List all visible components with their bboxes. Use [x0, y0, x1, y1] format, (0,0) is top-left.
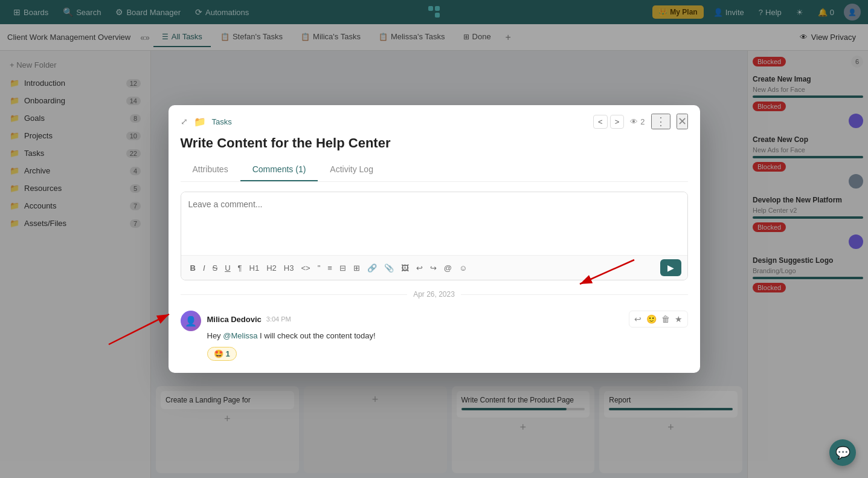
comment-block: 👤 Milica Dedovic 3:04 PM ↩ 🙂 🗑 ★ [181, 308, 688, 363]
comment-content: Milica Dedovic 3:04 PM ↩ 🙂 🗑 ★ Hey @Meli… [207, 311, 688, 361]
next-task-button[interactable]: > [610, 115, 625, 129]
modal-viewers: 👁 2 [630, 117, 645, 126]
modal-nav-arrows: < > [593, 115, 624, 129]
bullet-list-button[interactable]: ≡ [324, 262, 335, 274]
mention-button[interactable]: @ [441, 262, 455, 274]
comment-text: Hey @Melissa I will check out the conten… [207, 330, 688, 342]
code-button[interactable]: <> [298, 262, 313, 274]
tab-activity-log[interactable]: Activity Log [318, 158, 385, 181]
bold-button[interactable]: B [187, 262, 199, 274]
reaction-chip[interactable]: 🤩 1 [207, 347, 237, 361]
editor-toolbar: B I S U ¶ H1 H2 H3 <> " ≡ ⊟ ⊞ 🔗 📎 🖼 ↩ [181, 255, 687, 280]
h1-button[interactable]: H1 [246, 262, 263, 274]
comment-textarea[interactable] [181, 192, 687, 253]
folder-icon-modal: 📁 [194, 116, 206, 128]
h3-button[interactable]: H3 [281, 262, 297, 274]
paragraph-button[interactable]: ¶ [235, 262, 245, 274]
strikethrough-button[interactable]: S [210, 262, 221, 274]
quote-button[interactable]: " [315, 262, 324, 274]
link-button[interactable]: 🔗 [364, 262, 380, 274]
image-button[interactable]: 🖼 [398, 262, 412, 274]
comment-reply-button[interactable]: ↩ [633, 313, 643, 325]
modal-more-button[interactable]: ⋮ [651, 114, 670, 129]
attachment-button[interactable]: 📎 [381, 262, 397, 274]
date-divider: Apr 26, 2023 [181, 290, 688, 299]
modal-breadcrumb[interactable]: Tasks [212, 117, 232, 126]
comment-emoji-button[interactable]: 🙂 [645, 313, 658, 325]
prev-task-button[interactable]: < [593, 115, 608, 129]
table-button[interactable]: ⊞ [350, 262, 363, 274]
ordered-list-button[interactable]: ⊟ [336, 262, 349, 274]
tab-attributes[interactable]: Attributes [181, 158, 240, 181]
commenter-avatar: 👤 [181, 311, 201, 331]
comment-editor: B I S U ¶ H1 H2 H3 <> " ≡ ⊟ ⊞ 🔗 📎 🖼 ↩ [181, 192, 688, 280]
modal-collapse-icon[interactable]: ⤢ [181, 117, 188, 126]
comment-time: 3:04 PM [266, 315, 291, 323]
reaction-count: 1 [226, 349, 230, 358]
modal-overlay[interactable]: ⤢ 📁 Tasks < > 👁 2 ⋮ ✕ Write Content for … [0, 0, 868, 478]
comment-header: Milica Dedovic 3:04 PM ↩ 🙂 🗑 ★ [207, 311, 688, 328]
task-modal: ⤢ 📁 Tasks < > 👁 2 ⋮ ✕ Write Content for … [169, 105, 700, 373]
modal-body: B I S U ¶ H1 H2 H3 <> " ≡ ⊟ ⊞ 🔗 📎 🖼 ↩ [169, 182, 700, 373]
h2-button[interactable]: H2 [263, 262, 280, 274]
undo-button[interactable]: ↩ [413, 262, 426, 274]
modal-header: ⤢ 📁 Tasks < > 👁 2 ⋮ ✕ [169, 105, 700, 129]
mention: @Melissa [223, 331, 257, 340]
underline-button[interactable]: U [222, 262, 233, 274]
eye-icon-modal: 👁 [630, 117, 638, 126]
tab-comments[interactable]: Comments (1) [240, 158, 318, 181]
modal-title: Write Content for the Help Center [169, 129, 700, 151]
italic-button[interactable]: I [200, 262, 208, 274]
reaction-emoji: 🤩 [214, 349, 223, 358]
redo-button[interactable]: ↪ [427, 262, 440, 274]
comment-delete-button[interactable]: 🗑 [660, 313, 671, 325]
comment-pin-button[interactable]: ★ [674, 313, 684, 325]
comment-actions: ↩ 🙂 🗑 ★ [629, 311, 688, 328]
emoji-button[interactable]: ☺ [456, 262, 470, 274]
chat-bubble-button[interactable]: 💬 [829, 439, 856, 466]
modal-tabs: Attributes Comments (1) Activity Log [181, 158, 688, 182]
viewers-count: 2 [640, 117, 645, 126]
comment-author: Milica Dedovic [207, 315, 262, 324]
send-comment-button[interactable]: ▶ [660, 259, 681, 276]
modal-close-button[interactable]: ✕ [677, 114, 688, 129]
